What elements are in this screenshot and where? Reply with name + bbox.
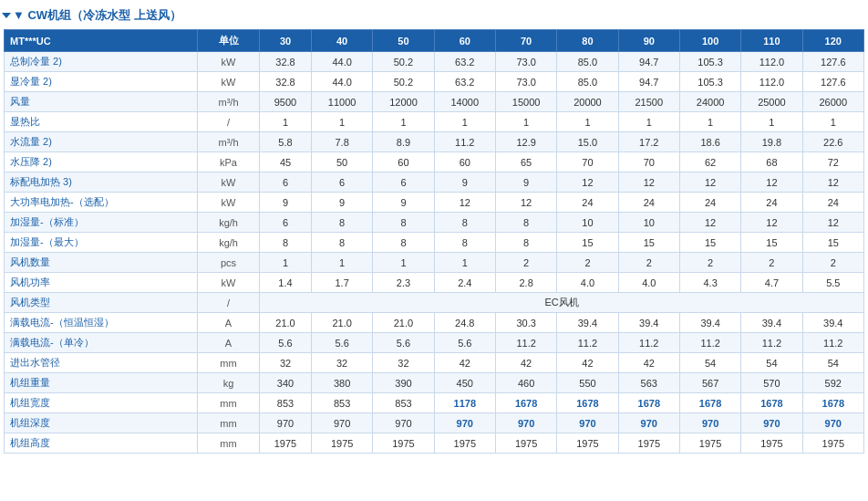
row-value: 54 — [741, 353, 802, 373]
row-value: 39.4 — [618, 313, 679, 333]
row-value: 19.8 — [741, 132, 802, 152]
row-unit: / — [198, 112, 260, 132]
row-value: 5.6 — [260, 333, 312, 353]
row-value: 50.2 — [373, 72, 434, 92]
row-value: 14000 — [434, 92, 495, 112]
row-value: 8 — [260, 233, 312, 253]
row-value: 42 — [434, 353, 495, 373]
row-value: 6 — [260, 172, 312, 193]
row-value: 1.4 — [260, 273, 312, 293]
row-label: 满载电流-（恒温恒湿） — [5, 313, 198, 333]
row-value: 4.7 — [741, 273, 802, 293]
row-value: 1.7 — [311, 273, 372, 293]
row-unit: kg — [198, 373, 260, 393]
row-value: 42 — [618, 353, 679, 373]
row-value: 24 — [557, 193, 618, 213]
row-value: 15 — [802, 233, 863, 253]
table-row: 进出水管径mm32323242424242545454 — [5, 353, 864, 373]
row-value: 9 — [434, 172, 495, 193]
row-value: 50.2 — [373, 52, 434, 72]
row-value: 11.2 — [557, 333, 618, 353]
row-value: 105.3 — [679, 72, 740, 92]
row-value: 127.6 — [802, 52, 863, 72]
row-value: 567 — [679, 373, 740, 393]
section-title: ▼ CW机组（冷冻水型 上送风） — [4, 7, 864, 24]
row-value: 39.4 — [741, 313, 802, 333]
row-value: 60 — [434, 152, 495, 172]
row-value: 39.4 — [557, 313, 618, 333]
row-value: 10 — [557, 213, 618, 233]
row-value: 85.0 — [557, 72, 618, 92]
row-value: 1 — [495, 112, 556, 132]
row-label: 风机类型 — [5, 293, 198, 313]
row-value: 24 — [802, 193, 863, 213]
row-value: 44.0 — [311, 72, 372, 92]
header-col-50: 50 — [373, 30, 434, 52]
row-label: 进出水管径 — [5, 353, 198, 373]
row-value: 112.0 — [741, 72, 802, 92]
row-value: 70 — [557, 152, 618, 172]
row-value: 970 — [495, 413, 556, 433]
table-row: 风机数量pcs1111222222 — [5, 253, 864, 273]
row-value: 550 — [557, 373, 618, 393]
row-label: 显冷量 2) — [5, 72, 198, 92]
row-value: 970 — [311, 413, 372, 433]
row-value: 21.0 — [260, 313, 312, 333]
data-table: MT***UC单位30405060708090100110120 总制冷量 2)… — [4, 29, 864, 454]
table-row: 风机类型/EC风机 — [5, 293, 864, 313]
row-unit: / — [198, 293, 260, 313]
table-body: 总制冷量 2)kW32.844.050.263.273.085.094.7105… — [5, 52, 864, 454]
triangle-icon — [2, 13, 11, 18]
row-value: 8 — [495, 233, 556, 253]
row-value: 26000 — [802, 92, 863, 112]
row-value: 2.8 — [495, 273, 556, 293]
row-value: 9 — [495, 172, 556, 193]
row-value: 12.9 — [495, 132, 556, 152]
row-value: 24 — [679, 193, 740, 213]
row-value: 8 — [495, 213, 556, 233]
row-value: 62 — [679, 152, 740, 172]
row-value: 12 — [679, 172, 740, 193]
row-value: 1 — [679, 112, 740, 132]
row-value: 15000 — [495, 92, 556, 112]
row-value: 44.0 — [311, 52, 372, 72]
row-value: 853 — [260, 393, 312, 413]
row-value: 1 — [373, 253, 434, 273]
table-row: 机组深度mm970970970970970970970970970970 — [5, 413, 864, 433]
row-value: 2 — [495, 253, 556, 273]
row-unit: kW — [198, 52, 260, 72]
row-label: 机组宽度 — [5, 393, 198, 413]
table-row: 满载电流-（恒温恒湿）A21.021.021.024.830.339.439.4… — [5, 313, 864, 333]
row-label: 机组高度 — [5, 433, 198, 454]
row-label: 风机功率 — [5, 273, 198, 293]
row-value: 12 — [434, 193, 495, 213]
table-row: 大功率电加热-（选配）kW99912122424242424 — [5, 193, 864, 213]
row-value: 73.0 — [495, 72, 556, 92]
row-label: 加湿量-（最大） — [5, 233, 198, 253]
row-value: 8 — [311, 233, 372, 253]
row-value: 65 — [495, 152, 556, 172]
row-unit: A — [198, 333, 260, 353]
row-value: 390 — [373, 373, 434, 393]
row-value: 112.0 — [741, 52, 802, 72]
row-value: 73.0 — [495, 52, 556, 72]
row-value: 30.3 — [495, 313, 556, 333]
row-label: 机组重量 — [5, 373, 198, 393]
row-value: 105.3 — [679, 52, 740, 72]
row-value: 8 — [434, 213, 495, 233]
row-value: 12 — [495, 193, 556, 213]
row-value: 85.0 — [557, 52, 618, 72]
row-value: 1178 — [434, 393, 495, 413]
row-value: 94.7 — [618, 52, 679, 72]
row-label: 风机数量 — [5, 253, 198, 273]
row-value: 70 — [618, 152, 679, 172]
row-value: 9 — [373, 193, 434, 213]
row-value: 54 — [802, 353, 863, 373]
row-value: 9500 — [260, 92, 312, 112]
row-value: 15.0 — [557, 132, 618, 152]
header-col-80: 80 — [557, 30, 618, 52]
row-value: 10 — [618, 213, 679, 233]
row-value: 12 — [741, 213, 802, 233]
row-value: 11.2 — [802, 333, 863, 353]
table-row: 显热比/1111111111 — [5, 112, 864, 132]
